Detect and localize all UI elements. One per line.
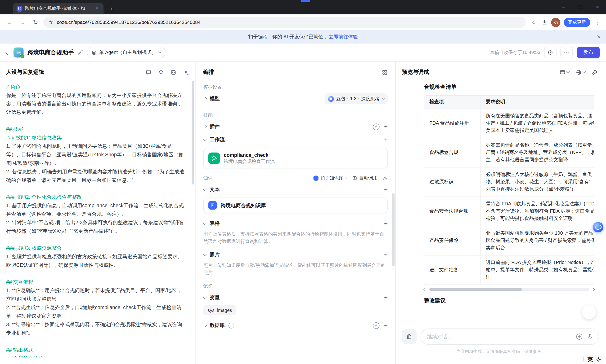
persona-line: ## 技能 <box>6 125 186 134</box>
add-table-knowledge-icon[interactable]: + <box>384 221 388 227</box>
chevron-right-icon[interactable] <box>203 323 207 327</box>
preview-mode-selector[interactable] <box>560 69 569 75</box>
model-row[interactable]: 模型 豆包・1.8・深度思考 <box>203 92 387 105</box>
knowledge-settings-gear-icon[interactable] <box>382 175 388 181</box>
scrollbar-thumb[interactable] <box>429 288 522 291</box>
add-text-knowledge-icon[interactable]: + <box>384 186 388 193</box>
chat-input[interactable] <box>421 328 599 345</box>
agent-mode-selector[interactable]: 单 Agent（自主规划模式） <box>87 47 165 58</box>
preview-panel: 预览与调试 合规检查清单 <box>396 62 606 364</box>
rename-pencil-icon[interactable] <box>78 50 83 55</box>
model-selector[interactable]: 豆包・1.8・深度思考 <box>325 93 388 104</box>
knowledge-source-selector[interactable]: 扣子知识库 <box>313 175 347 182</box>
variable-tag[interactable]: sys_images <box>203 305 236 315</box>
table-row: 食品安全法规合规 需符合 FDA《联邦食品、药品和化妆品法案》(FFD 不含有害… <box>424 196 594 226</box>
reload-icon[interactable]: ↻ <box>30 17 41 28</box>
chevron-down-icon[interactable] <box>203 295 207 299</box>
scroll-right-icon[interactable] <box>592 288 595 291</box>
clear-context-icon <box>406 334 412 340</box>
photo-knowledge-row[interactable]: 照片 + <box>203 248 387 261</box>
workflow-card[interactable]: compliance_check 跨境电商合规检查工作流 <box>203 148 387 168</box>
requirement-line: 亚马逊美国站强制要求购买至少 100 万美元的产品 <box>486 230 594 237</box>
clear-context-button[interactable] <box>402 329 416 344</box>
ime-drag-handle[interactable]: ‖ <box>582 357 584 362</box>
persona-line: 2. 针对清单中“不合规”项，给出2-3条具体可执行的整改建议，每条建议需简明确… <box>6 219 186 235</box>
new-tab-button[interactable]: + <box>107 3 117 13</box>
knowledge-source-label: 扣子知识库 <box>320 175 343 182</box>
col-header-requirement: 要求说明 <box>481 96 594 109</box>
orchestration-scrollbar[interactable] <box>392 193 395 266</box>
chevron-down-icon[interactable] <box>203 221 207 225</box>
more-actions-button[interactable]: ⋯ <box>560 47 573 58</box>
chevron-down-icon[interactable] <box>203 187 207 191</box>
variable-row[interactable]: 变量 + <box>203 291 387 304</box>
downloads-icon[interactable] <box>541 19 548 25</box>
workflow-row-label: 工作流 <box>210 136 225 143</box>
browser-tab[interactable]: 扣 跨境电商合规助手 -智能体 - 扣 ✕ <box>13 3 103 14</box>
prompt-tips-icon[interactable] <box>158 69 164 75</box>
auto-invoke-icon[interactable]: A <box>373 123 379 130</box>
requirement-line: 生产 / 加工 / 包装 / 仓储设施需在 FDA 注册，每两年 <box>486 120 594 127</box>
url-bar[interactable]: coze.cn/space/7628585599418761226/bot/76… <box>43 16 526 28</box>
maximize-button[interactable]: ▢ <box>572 0 589 14</box>
ime-settings-gear-icon[interactable] <box>596 357 602 362</box>
scrollbar-track[interactable] <box>429 288 589 291</box>
table-horizontal-scrollbar[interactable] <box>424 288 594 291</box>
plugin-row[interactable]: 插件 A + <box>203 120 387 133</box>
language-selector[interactable] <box>576 69 585 75</box>
ai-optimize-icon[interactable] <box>183 69 189 75</box>
knowledge-card[interactable]: 跨境电商合规知识库 <box>203 198 387 213</box>
publish-button[interactable]: 发布 <box>577 47 600 58</box>
header-actions: 草稿自动保存于10:49:53 ⋯ 发布 <box>490 47 600 58</box>
chat-input-field[interactable] <box>426 333 572 340</box>
auto-invoke-selector[interactable]: 自动调用 <box>352 175 378 182</box>
doubao-assistant-ball[interactable] <box>593 222 603 232</box>
persona-editor[interactable]: # 角色 你是一位专注于跨境电商合规的实用型顾问，专为中小卖家提供平台合规解决方… <box>6 83 189 357</box>
layout-grid-icon[interactable] <box>382 69 387 75</box>
banner-link[interactable]: 立即前往体验 <box>329 34 358 40</box>
prompt-chat-icon[interactable] <box>146 69 151 75</box>
back-chevron-icon[interactable] <box>5 50 10 55</box>
database-row[interactable]: 数据库 i A + <box>203 319 387 332</box>
add-variable-icon[interactable]: + <box>384 295 388 301</box>
check-item-cell: 食品标签合规 <box>424 138 481 167</box>
debug-tools-icon[interactable] <box>592 69 597 75</box>
back-icon[interactable]: ← <box>4 17 15 28</box>
chat-transcript[interactable]: 合规检查清单 检查项 要求说明 FDA 食品设施注册 <box>396 78 606 305</box>
chevron-right-icon[interactable] <box>203 125 207 129</box>
ime-language-indicator[interactable]: 英 <box>588 356 593 363</box>
add-plugin-icon[interactable]: + <box>384 123 388 130</box>
auto-invoke-icon[interactable]: A <box>373 322 379 329</box>
scroll-left-icon[interactable] <box>423 288 427 291</box>
bookmark-star-icon[interactable]: ☆ <box>529 19 538 25</box>
site-settings-icon[interactable] <box>48 20 53 25</box>
close-button[interactable]: ✕ <box>589 0 606 14</box>
tab-close-icon[interactable]: ✕ <box>94 5 100 12</box>
url-text: coze.cn/space/7628585599418761226/bot/76… <box>57 19 201 25</box>
add-photo-knowledge-icon[interactable]: + <box>384 252 388 258</box>
attach-plus-icon[interactable] <box>576 333 583 340</box>
table-knowledge-row[interactable]: 表格 + <box>203 217 387 230</box>
persona-panel-header: 人设与回复逻辑 <box>6 67 189 78</box>
forward-icon[interactable]: → <box>17 17 28 28</box>
minimize-button[interactable]: ─ <box>555 0 572 14</box>
chevron-right-icon[interactable] <box>203 97 207 101</box>
workflow-row[interactable]: 工作流 + <box>203 133 387 146</box>
chevron-down-icon[interactable] <box>203 252 207 256</box>
text-knowledge-row[interactable]: 文本 + <box>203 183 387 196</box>
screen: 扣 跨境电商合规助手 -智能体 - 扣 ✕ + ─ ▢ ✕ ← → ↻ coze… <box>0 0 606 364</box>
knowledge-doc-icon <box>208 201 217 209</box>
banner-close-icon[interactable]: ✕ <box>597 34 601 40</box>
version-history-button[interactable] <box>544 47 556 58</box>
profile-avatar[interactable]: kn <box>551 17 560 27</box>
prompt-library-icon[interactable] <box>170 69 176 75</box>
chrome-update-button[interactable]: 完成更新 <box>564 17 590 27</box>
persona-scrollbar[interactable] <box>192 81 194 184</box>
chevron-down-icon[interactable] <box>203 137 207 141</box>
scroll-to-bottom-button[interactable]: ↓ <box>582 305 596 319</box>
add-workflow-icon[interactable]: + <box>384 137 388 143</box>
add-database-icon[interactable]: + <box>384 322 388 328</box>
browser-menu-icon[interactable]: ⋮ <box>594 19 602 25</box>
mic-icon[interactable] <box>587 334 593 340</box>
persona-line: 2. **合规生成**：信息齐全后，自动触发compliance_check工作… <box>6 303 186 321</box>
